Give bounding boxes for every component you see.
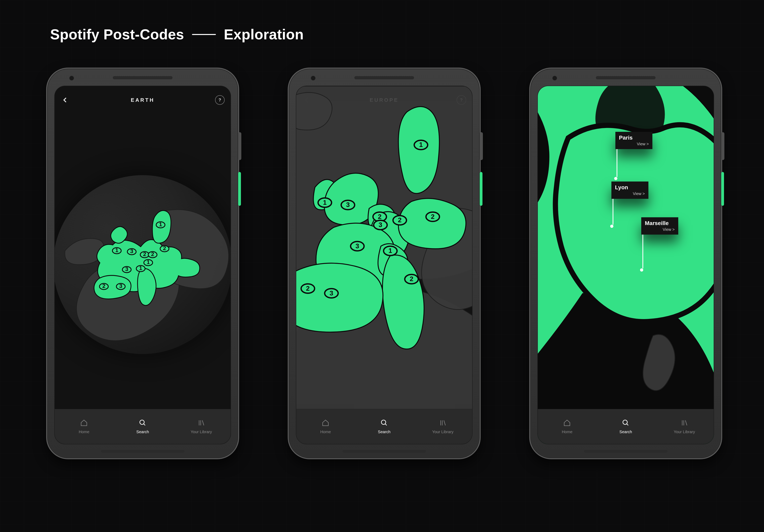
- search-icon: [380, 419, 388, 427]
- map-earth[interactable]: 12132123132: [55, 108, 231, 409]
- screen: EARTH ?: [54, 86, 231, 444]
- map-europe[interactable]: 113232231232: [296, 86, 472, 444]
- city-card[interactable]: LyonView >: [611, 182, 649, 199]
- map-pin[interactable]: 3: [127, 248, 136, 255]
- nav-home[interactable]: Home: [296, 409, 355, 444]
- map-france[interactable]: ParisView >LyonView >MarseilleView >: [538, 86, 714, 444]
- city-name: Marseille: [645, 220, 675, 226]
- svg-text:2: 2: [151, 251, 154, 257]
- svg-point-49: [623, 420, 627, 425]
- map-pin[interactable]: 2: [148, 251, 157, 258]
- search-icon: [139, 419, 147, 427]
- library-icon: [680, 419, 688, 427]
- map-pin[interactable]: 1: [384, 246, 397, 256]
- nav-search-label: Search: [619, 430, 632, 434]
- map-pin[interactable]: 2: [140, 251, 149, 258]
- svg-text:1: 1: [147, 259, 150, 265]
- power-button: [480, 172, 482, 206]
- help-icon: ?: [219, 97, 221, 103]
- volume-button: [238, 132, 241, 160]
- nav-home-label: Home: [562, 430, 572, 434]
- nav-search[interactable]: Search: [113, 409, 172, 444]
- map-pin[interactable]: 2: [160, 245, 169, 252]
- title-part-a: Spotify Post-Codes: [50, 26, 184, 43]
- bottom-nav: Home Search Your Library: [55, 409, 231, 444]
- svg-text:3: 3: [379, 221, 382, 228]
- map-pin[interactable]: 2: [426, 212, 440, 221]
- home-icon: [563, 419, 571, 427]
- svg-text:3: 3: [346, 201, 350, 208]
- map-pin[interactable]: 2: [99, 283, 108, 290]
- screen: FRANCE ?: [537, 86, 714, 444]
- svg-text:2: 2: [378, 213, 381, 220]
- map-pin[interactable]: 3: [325, 289, 338, 298]
- nav-library[interactable]: Your Library: [172, 409, 231, 444]
- map-pin[interactable]: 3: [122, 266, 131, 273]
- svg-text:3: 3: [330, 290, 333, 297]
- map-pin[interactable]: 2: [393, 216, 407, 225]
- speaker-grill: [113, 76, 172, 79]
- phone-france: FRANCE ?: [529, 67, 722, 459]
- svg-text:2: 2: [431, 213, 435, 220]
- front-camera: [69, 75, 74, 81]
- nav-search[interactable]: Search: [597, 409, 655, 444]
- title-divider: [192, 34, 216, 35]
- title-part-b: Exploration: [224, 26, 304, 43]
- map-pin[interactable]: 2: [301, 284, 314, 293]
- city-card[interactable]: MarseilleView >: [641, 217, 678, 235]
- svg-text:1: 1: [139, 265, 142, 271]
- map-pin[interactable]: 1: [136, 265, 145, 272]
- library-icon: [197, 419, 205, 427]
- svg-text:1: 1: [159, 221, 162, 227]
- nav-search[interactable]: Search: [355, 409, 414, 444]
- home-indicator: [584, 450, 668, 453]
- map-pin[interactable]: 3: [341, 200, 355, 210]
- power-button: [238, 172, 241, 206]
- svg-text:2: 2: [102, 283, 105, 289]
- phone-europe: EUROPE ?: [288, 67, 481, 459]
- nav-library[interactable]: Your Library: [655, 409, 714, 444]
- map-pin[interactable]: 1: [414, 140, 428, 150]
- svg-text:3: 3: [130, 248, 133, 254]
- globe[interactable]: 12132123132: [55, 175, 231, 354]
- city-view-link[interactable]: View >: [619, 142, 649, 146]
- map-pin[interactable]: 1: [318, 198, 332, 207]
- svg-text:2: 2: [306, 285, 309, 292]
- page-title: Spotify Post-Codes Exploration: [50, 26, 304, 43]
- svg-text:3: 3: [125, 266, 128, 272]
- nav-library[interactable]: Your Library: [413, 409, 472, 444]
- svg-point-22: [140, 420, 144, 425]
- nav-home[interactable]: Home: [538, 409, 597, 444]
- screen-title: EARTH: [131, 97, 155, 103]
- map-pin[interactable]: 1: [112, 247, 121, 254]
- svg-text:1: 1: [115, 247, 118, 253]
- front-camera: [310, 75, 316, 81]
- home-indicator: [342, 450, 426, 453]
- library-icon: [439, 419, 447, 427]
- flag-pole: [643, 235, 643, 268]
- flag-pole: [613, 199, 613, 225]
- topbar: EARTH ?: [55, 92, 231, 108]
- city-flag-paris[interactable]: ParisView >: [615, 132, 653, 180]
- flag-dot: [614, 177, 617, 180]
- map-pin[interactable]: 2: [405, 275, 418, 284]
- home-indicator: [101, 450, 184, 453]
- city-view-link[interactable]: View >: [645, 227, 675, 232]
- nav-home-label: Home: [79, 430, 89, 434]
- nav-home[interactable]: Home: [55, 409, 113, 444]
- city-view-link[interactable]: View >: [615, 192, 645, 196]
- map-pin[interactable]: 3: [374, 220, 387, 230]
- city-card[interactable]: ParisView >: [615, 132, 653, 149]
- front-camera: [552, 75, 557, 81]
- city-flag-marseille[interactable]: MarseilleView >: [641, 217, 678, 272]
- map-pin[interactable]: 1: [144, 259, 153, 266]
- svg-text:1: 1: [419, 141, 423, 148]
- map-pin[interactable]: 1: [156, 221, 165, 228]
- map-pin[interactable]: 3: [351, 241, 364, 251]
- help-button[interactable]: ?: [215, 95, 225, 105]
- screen: EUROPE ?: [296, 86, 473, 444]
- map-pin[interactable]: 3: [116, 283, 125, 290]
- phone-earth: EARTH ?: [46, 67, 239, 459]
- back-button[interactable]: [61, 96, 70, 104]
- city-name: Paris: [619, 135, 649, 141]
